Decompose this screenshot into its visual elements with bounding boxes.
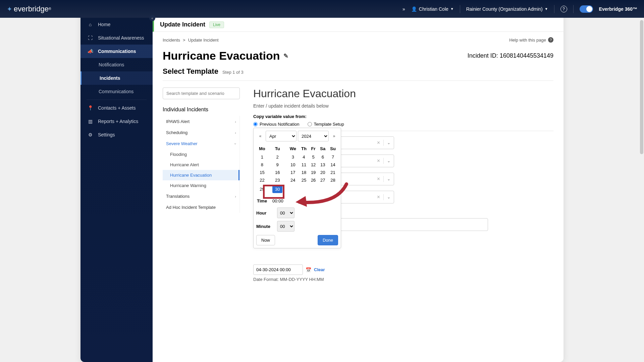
radio-previous[interactable]: Previous Notification [253,122,300,127]
clear-icon[interactable]: × [374,140,384,146]
caret-down-icon: ▼ [545,7,548,11]
calendar-day[interactable]: 27 [318,176,328,184]
tree-translations[interactable]: Translations› [163,191,239,202]
radio-row: Previous Notification Template Setup [253,122,553,127]
calendar-day[interactable]: 2 [268,153,287,161]
calendar-icon[interactable]: 📅 [306,267,311,273]
calendar-day[interactable]: 14 [328,161,338,169]
clear-icon[interactable]: × [374,176,384,182]
calendar-day[interactable]: 8 [256,161,268,169]
minute-select[interactable]: 00 [277,221,294,232]
nav-notifications[interactable]: Notifications [80,58,153,71]
tree-severe-weather[interactable]: Severe Weather› [163,138,239,149]
template-search-input[interactable] [163,87,240,99]
breadcrumb: Incidents > Update Incident [163,38,219,43]
calendar-day[interactable]: 13 [318,161,328,169]
help-link[interactable]: Help with this page ? [509,37,553,43]
breadcrumb-root[interactable]: Incidents [163,38,180,43]
calendar-day[interactable]: 15 [256,169,268,176]
calendar-day[interactable]: 29 [256,184,268,194]
calendar-day[interactable]: 23 [268,176,287,184]
calendar-day[interactable]: 16 [268,169,287,176]
pin-icon: 📍 [87,105,93,111]
user-icon: 👤 [411,6,417,12]
section-title: Individual Incidents [163,107,240,113]
caret-down-icon: ▼ [450,7,454,11]
chevron-down-icon[interactable]: ⌄ [384,140,394,145]
cal-prev-button[interactable]: « [256,131,264,141]
calendar-day[interactable]: 1 [256,153,268,161]
tree-flooding[interactable]: Flooding [163,149,239,160]
help-icon: ? [548,37,553,43]
calendar-day[interactable]: 4 [299,153,309,161]
step-title: Select Template [163,67,218,76]
date-format-hint: Date Format: MM-DD-YYYY HH:MM [253,277,325,282]
tree-adhoc[interactable]: Ad Hoc Incident Template [163,202,239,213]
calendar-day [299,184,309,194]
nav-sub-communications[interactable]: Communications [80,85,153,98]
calendar-day[interactable]: 20 [318,169,328,176]
help-icon[interactable]: ? [560,6,564,12]
page-title: Update Incident [160,21,205,28]
nav-reports[interactable]: ▥Reports + Analytics [80,115,153,128]
tree-ipaws[interactable]: IPAWS Alert› [163,116,239,127]
page-header: Update Incident Live [153,18,564,32]
nav-home[interactable]: ⌂Home [80,18,153,31]
calendar-grid: Mo Tu We Th Fr Sa Su 1234567891011121314… [256,144,338,194]
calendar-day[interactable]: 26 [309,176,318,184]
nav-incidents[interactable]: Incidents [80,71,153,85]
chevron-down-icon[interactable]: ⌄ [384,195,394,199]
tree-hurricane-alert[interactable]: Hurricane Alert [163,160,239,170]
cal-next-button[interactable]: » [330,131,338,141]
nav-situational[interactable]: ⛶Situational Awareness [80,31,153,45]
calendar-day[interactable]: 6 [318,153,328,161]
user-menu[interactable]: 👤 Christian Cole ▼ [411,6,454,12]
calendar-day[interactable]: 28 [328,176,338,184]
date-input[interactable] [253,264,303,275]
nav-settings[interactable]: ⚙Settings [80,128,153,141]
now-button[interactable]: Now [256,235,275,245]
tree-hurricane-evacuation[interactable]: Hurricane Evacuation [163,170,239,180]
calendar-day[interactable]: 19 [309,169,318,176]
copy-label: Copy variable value from: [253,114,553,119]
nav-contacts[interactable]: 📍Contacts + Assets [80,101,153,115]
clear-icon[interactable]: × [374,158,384,164]
calendar-day[interactable]: 21 [328,169,338,176]
chevron-right-icon: › [235,120,236,124]
org-menu[interactable]: Rainier County (Organization Admin) ▼ [466,6,548,12]
calendar-day[interactable]: 3 [287,153,299,161]
step-label: Step 1 of 3 [222,70,244,75]
hour-select[interactable]: 00 [277,207,294,218]
nav-communications[interactable]: 📣Communications [80,45,153,58]
chevron-down-icon[interactable]: ⌄ [384,177,394,181]
calendar-day[interactable]: 25 [299,176,309,184]
calendar-day[interactable]: 11 [299,161,309,169]
calendar-day[interactable]: 7 [328,153,338,161]
form-desc: Enter / update incident details below [253,103,553,109]
calendar-day[interactable]: 24 [287,176,299,184]
calendar-day[interactable]: 9 [268,161,287,169]
edit-title-icon[interactable]: ✎ [283,52,288,60]
cal-year-select[interactable]: 2024 [298,131,329,141]
collapse-sidebar-button[interactable]: « [149,15,155,21]
form-title: Hurricane Evacuation [253,87,553,100]
chevron-down-icon[interactable]: ⌄ [384,159,394,163]
expand-icon[interactable]: » [402,6,405,12]
clear-icon[interactable]: × [374,194,384,200]
radio-template[interactable]: Template Setup [308,122,344,127]
chevron-right-icon: › [235,194,236,198]
calendar-day[interactable]: 12 [309,161,318,169]
calendar-day[interactable]: 18 [299,169,309,176]
clear-link[interactable]: Clear [314,267,325,272]
calendar-day [318,184,328,194]
done-button[interactable]: Done [318,235,338,245]
tree-scheduling[interactable]: Scheduling› [163,127,239,138]
calendar-day[interactable]: 17 [287,169,299,176]
tree-hurricane-warning[interactable]: Hurricane Warning [163,180,239,191]
calendar-day[interactable]: 22 [256,176,268,184]
calendar-day[interactable]: 5 [309,153,318,161]
calendar-day[interactable]: 30 [268,184,287,194]
calendar-day[interactable]: 10 [287,161,299,169]
cal-month-select[interactable]: Apr [266,131,297,141]
breadcrumb-leaf: Update Incident [188,38,219,43]
